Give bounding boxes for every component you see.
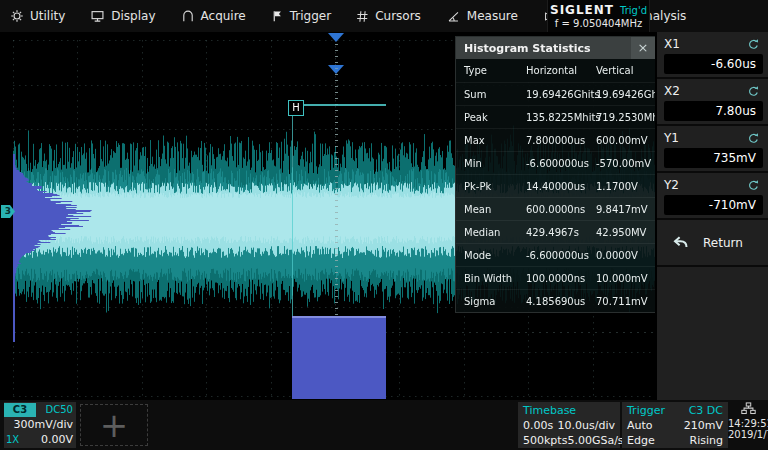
stats-row: Bin Width100.0000ns10.000mV bbox=[456, 266, 655, 289]
histogram-region-handle[interactable]: H bbox=[288, 100, 304, 116]
brand-logo: SIGLENT bbox=[550, 3, 614, 17]
clock-date: 2019/1/7 bbox=[728, 429, 768, 440]
stat-label: Bin Width bbox=[464, 273, 526, 284]
field-value-x2[interactable]: 7.80us bbox=[664, 101, 763, 121]
stats-row: Sum19.69426Ghits19.69426Ghits bbox=[456, 82, 655, 105]
menu-label: Cursors bbox=[375, 9, 421, 23]
menu-label: Acquire bbox=[201, 9, 246, 23]
field-value-y1[interactable]: 735mV bbox=[664, 148, 763, 168]
trigger-source: C3 DC bbox=[689, 403, 723, 418]
channel-badge: C3 bbox=[4, 403, 36, 417]
stat-horizontal: 7.800000us bbox=[526, 135, 596, 146]
field-value-x1[interactable]: -6.60us bbox=[664, 54, 763, 74]
field-value-y2[interactable]: -710mV bbox=[664, 195, 763, 215]
menu-acquire[interactable]: Acquire bbox=[181, 9, 246, 23]
return-arrow-icon bbox=[672, 235, 690, 251]
acquire-icon bbox=[181, 9, 195, 23]
stat-horizontal: -6.600000us bbox=[526, 158, 596, 169]
histogram-region-left-edge[interactable] bbox=[292, 116, 293, 316]
timebase-descriptor[interactable]: Timebase 0.00s 10.0us/div 500kpts 5.00GS… bbox=[518, 402, 620, 448]
region-setting-panel: Region Setting X1 -6.60us X2 7.80us Y1 7… bbox=[655, 0, 768, 400]
timebase-title: Timebase bbox=[523, 403, 576, 418]
rotate-knob-icon[interactable] bbox=[747, 132, 760, 145]
trigger-position-dashed-line bbox=[335, 44, 338, 316]
display-icon bbox=[90, 9, 105, 23]
trigger-descriptor[interactable]: Trigger C3 DC Auto 210mV Edge Rising bbox=[622, 402, 728, 448]
trigger-title: Trigger bbox=[627, 403, 665, 418]
stat-vertical: 1.1700V bbox=[596, 181, 655, 192]
close-icon[interactable]: × bbox=[631, 37, 655, 59]
menu-measure[interactable]: Measure bbox=[446, 9, 518, 23]
menu-cursors[interactable]: Cursors bbox=[356, 9, 421, 23]
stat-label: Pk-Pk bbox=[464, 181, 526, 192]
stats-row: Sigma4.185690us70.711mV bbox=[456, 289, 655, 312]
menu-bar: Utility Display Acquire Trigger Cursors … bbox=[0, 0, 768, 32]
dialog-titlebar[interactable]: Histogram Statistics × bbox=[456, 37, 655, 59]
stats-row: TypeHorizontalVertical bbox=[456, 59, 655, 82]
trigger-slope: Rising bbox=[690, 433, 723, 448]
return-label: Return bbox=[703, 236, 743, 250]
stat-vertical: 10.000mV bbox=[596, 273, 655, 284]
add-channel-slot[interactable]: + bbox=[80, 404, 148, 446]
trigger-mode: Auto bbox=[627, 418, 653, 433]
return-button[interactable]: Return bbox=[657, 220, 768, 267]
stat-horizontal: 600.0000ns bbox=[526, 204, 596, 215]
timebase-scale: 10.0us/div bbox=[558, 418, 615, 433]
menu-label: Trigger bbox=[290, 9, 331, 23]
menu-utility[interactable]: Utility bbox=[10, 9, 65, 23]
channel-offset: 0.00V bbox=[26, 432, 76, 447]
trigger-type: Edge bbox=[627, 433, 655, 448]
cursors-icon bbox=[356, 10, 369, 23]
frequency-counter: f = 9.050404MHz bbox=[555, 18, 642, 29]
menu-label: Measure bbox=[467, 9, 518, 23]
stat-horizontal: -6.600000us bbox=[526, 250, 596, 261]
stat-label: Mean bbox=[464, 204, 526, 215]
stat-vertical: -570.00mV bbox=[596, 158, 655, 169]
stat-horizontal: 100.0000ns bbox=[526, 273, 596, 284]
rotate-knob-icon[interactable] bbox=[747, 179, 760, 192]
stat-label: Type bbox=[464, 65, 526, 76]
clock-block: 14:29:51 2019/1/7 bbox=[728, 400, 768, 450]
rotate-knob-icon[interactable] bbox=[747, 38, 760, 51]
field-x2: X2 7.80us bbox=[657, 79, 768, 126]
field-label: X2 bbox=[664, 84, 680, 98]
stat-vertical: Vertical bbox=[596, 65, 655, 76]
timebase-delay: 0.00s bbox=[523, 418, 553, 433]
trigger-status-badge: Trig'd bbox=[620, 5, 647, 16]
probe-attenuation: 1X bbox=[4, 432, 26, 447]
menu-trigger[interactable]: Trigger bbox=[271, 9, 331, 23]
stats-row: Peak135.8225Mhits719.2530Mhits bbox=[456, 105, 655, 128]
stat-horizontal: 135.8225Mhits bbox=[526, 112, 596, 123]
field-y2: Y2 -710mV bbox=[657, 173, 768, 220]
menu-label: Display bbox=[111, 9, 155, 23]
stat-horizontal: 4.185690us bbox=[526, 296, 596, 307]
stat-vertical: 600.00mV bbox=[596, 135, 655, 146]
plus-icon: + bbox=[100, 410, 129, 440]
network-icon[interactable] bbox=[741, 402, 756, 415]
brand-status-block: SIGLENT Trig'd f = 9.050404MHz bbox=[547, 0, 650, 32]
stat-label: Median bbox=[464, 227, 526, 238]
field-label: X1 bbox=[664, 37, 680, 51]
stats-row: Median429.4967s42.950MV bbox=[456, 220, 655, 243]
measure-icon bbox=[446, 10, 461, 23]
channel-coupling: DC50 bbox=[36, 404, 76, 415]
stat-label: Mode bbox=[464, 250, 526, 261]
stat-horizontal: 19.69426Ghits bbox=[526, 89, 596, 100]
dialog-title: Histogram Statistics bbox=[456, 42, 631, 55]
gear-icon bbox=[10, 9, 24, 23]
stat-vertical: 70.711mV bbox=[596, 296, 655, 307]
stats-row: Pk-Pk14.40000us1.1700V bbox=[456, 174, 655, 197]
rotate-knob-icon[interactable] bbox=[747, 85, 760, 98]
field-label: Y1 bbox=[664, 131, 679, 145]
channel3-descriptor[interactable]: C3 DC50 300mV/div 1X 0.00V bbox=[4, 402, 76, 448]
clock-time: 14:29:51 bbox=[728, 418, 768, 429]
stats-row: Mode-6.600000us0.0000V bbox=[456, 243, 655, 266]
trigger-position-marker-icon[interactable] bbox=[328, 33, 344, 42]
menu-display[interactable]: Display bbox=[90, 9, 155, 23]
stat-label: Peak bbox=[464, 112, 526, 123]
histogram-statistics-dialog: Histogram Statistics × TypeHorizontalVer… bbox=[455, 36, 656, 313]
histogram-region-top-edge[interactable] bbox=[304, 104, 386, 106]
sample-rate: 5.00GSa/s bbox=[567, 433, 623, 448]
stat-vertical: 0.0000V bbox=[596, 250, 655, 261]
stat-vertical: 9.8417mV bbox=[596, 204, 655, 215]
